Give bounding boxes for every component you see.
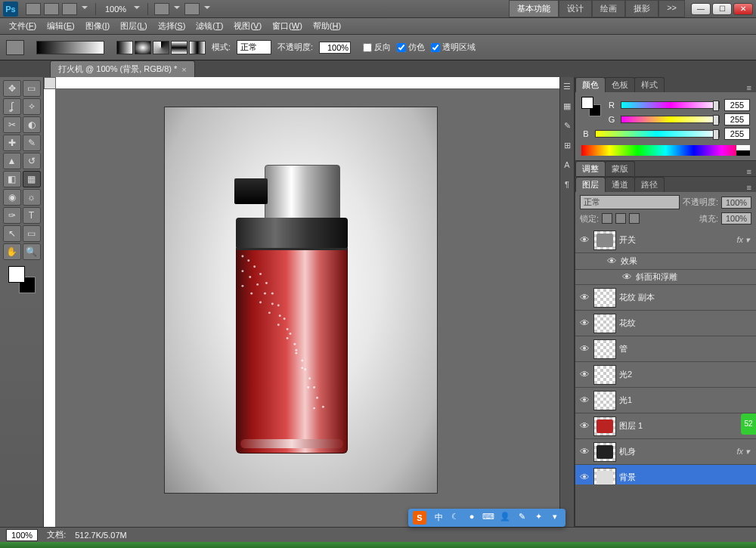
layer-row[interactable]: 👁图层 1	[575, 413, 756, 439]
menu-file[interactable]: 文件(F)	[5, 19, 41, 33]
workspace-tab-photography[interactable]: 摄影	[625, 0, 658, 17]
brush-tool[interactable]: ✎	[23, 135, 41, 151]
layer-opacity-input[interactable]: 100%	[721, 197, 751, 209]
panel-menu-icon[interactable]: ≡	[742, 83, 756, 92]
layer-name[interactable]: 花纹	[619, 317, 753, 329]
menu-edit[interactable]: 编辑(E)	[42, 19, 79, 33]
tab-swatches[interactable]: 色板	[605, 77, 635, 92]
history-brush-tool[interactable]: ↺	[23, 153, 41, 169]
workspace-more[interactable]: >>	[658, 0, 685, 17]
os-taskbar[interactable]	[0, 542, 756, 548]
vertical-ruler[interactable]	[44, 89, 56, 527]
tab-layers[interactable]: 图层	[575, 177, 606, 192]
lock-position-icon[interactable]	[615, 213, 626, 224]
layer-thumbnail[interactable]	[593, 314, 616, 333]
layer-name[interactable]: 背景	[619, 472, 753, 483]
zoom-tool[interactable]: 🔍	[23, 243, 41, 260]
window-minimize-button[interactable]: —	[691, 3, 711, 15]
r-value[interactable]: 255	[724, 99, 750, 111]
canvas-area[interactable]	[44, 77, 559, 527]
lock-pixels-icon[interactable]	[602, 213, 612, 224]
stamp-tool[interactable]: ▲	[3, 153, 21, 169]
visibility-icon[interactable]: 👁	[578, 343, 590, 355]
lock-all-icon[interactable]	[629, 213, 640, 224]
color-swatches[interactable]	[8, 266, 36, 293]
tab-adjustments[interactable]: 调整	[575, 161, 606, 176]
move-tool[interactable]: ✥	[3, 80, 21, 97]
lasso-tool[interactable]: ʆ	[3, 98, 21, 115]
visibility-icon[interactable]: 👁	[578, 234, 590, 246]
visibility-icon[interactable]: 👁	[578, 446, 590, 458]
b-value[interactable]: 255	[724, 128, 750, 140]
path-tool[interactable]: ↖	[3, 225, 21, 242]
chevron-down-icon[interactable]	[82, 6, 88, 12]
chevron-down-icon[interactable]	[204, 6, 210, 12]
gradient-angle-button[interactable]	[153, 41, 169, 54]
layer-row[interactable]: 👁花纹 副本	[575, 285, 756, 311]
layer-row[interactable]: 👁开关fx ▾	[575, 228, 756, 253]
panel-menu-icon[interactable]: ≡	[742, 183, 756, 192]
menu-filter[interactable]: 滤镜(T)	[191, 19, 228, 33]
layer-thumbnail[interactable]	[593, 391, 616, 410]
zoom-level[interactable]: 100%	[101, 5, 131, 14]
eraser-tool[interactable]: ◧	[3, 171, 21, 187]
heal-tool[interactable]: ✚	[3, 135, 21, 151]
actions-panel-icon[interactable]: ▦	[562, 101, 572, 112]
gradient-reflected-button[interactable]	[171, 41, 187, 54]
layer-name[interactable]: 开关	[619, 234, 733, 246]
para-panel-icon[interactable]: ¶	[562, 180, 572, 190]
reverse-checkbox[interactable]: 反向	[363, 42, 391, 53]
ime-user-icon[interactable]: 👤	[499, 512, 511, 524]
minibridge-icon[interactable]	[44, 3, 59, 15]
brush-panel-icon[interactable]: ✎	[562, 121, 572, 132]
bridge-icon[interactable]	[26, 3, 41, 15]
status-zoom[interactable]: 100%	[6, 529, 38, 541]
layer-row[interactable]: 👁花纹	[575, 311, 756, 336]
layer-name[interactable]: 图层 1	[619, 420, 753, 432]
document-tab[interactable]: 打火机 @ 100% (背景, RGB/8) * ×	[50, 60, 195, 77]
layer-name[interactable]: 效果	[621, 255, 753, 267]
menu-layer[interactable]: 图层(L)	[116, 19, 151, 33]
marquee-tool[interactable]: ▭	[23, 80, 41, 97]
layer-name[interactable]: 光1	[619, 395, 753, 406]
clone-panel-icon[interactable]: ⊞	[562, 141, 572, 151]
visibility-icon[interactable]: 👁	[578, 395, 590, 407]
b-slider[interactable]	[595, 130, 720, 138]
color-spectrum[interactable]	[581, 145, 750, 156]
tab-channels[interactable]: 通道	[605, 177, 635, 192]
fx-badge[interactable]: fx ▾	[736, 447, 753, 457]
gradient-tool[interactable]: ▦	[23, 171, 41, 187]
layer-thumbnail[interactable]	[593, 231, 616, 250]
visibility-icon[interactable]: 👁	[578, 420, 590, 432]
tab-masks[interactable]: 蒙版	[605, 161, 635, 176]
layer-row[interactable]: 👁背景	[575, 465, 756, 485]
type-tool[interactable]: T	[23, 207, 41, 224]
layer-thumbnail[interactable]	[593, 365, 616, 385]
visibility-icon[interactable]: 👁	[621, 271, 633, 283]
wand-tool[interactable]: ✧	[23, 98, 41, 115]
horizontal-ruler[interactable]	[56, 77, 559, 89]
hand-tool[interactable]: ✋	[3, 243, 21, 260]
layer-row[interactable]: 👁效果	[575, 253, 756, 270]
current-tool-icon[interactable]	[6, 40, 24, 55]
layer-row[interactable]: 👁管	[575, 336, 756, 362]
layer-row[interactable]: 👁光1	[575, 388, 756, 413]
menu-view[interactable]: 视图(V)	[229, 19, 266, 33]
screen-mode-icon[interactable]	[62, 3, 77, 15]
visibility-icon[interactable]: 👁	[578, 369, 590, 381]
history-panel-icon[interactable]: ☰	[562, 82, 572, 92]
tab-color[interactable]: 颜色	[575, 77, 606, 92]
ime-menu-icon[interactable]: ▾	[549, 512, 561, 524]
pen-tool[interactable]: ✑	[3, 207, 21, 224]
visibility-icon[interactable]: 👁	[578, 472, 590, 484]
eyedropper-tool[interactable]: ◐	[23, 116, 41, 133]
ime-skin-icon[interactable]: ✎	[516, 512, 528, 524]
g-value[interactable]: 255	[724, 113, 750, 125]
gradient-preview[interactable]	[36, 41, 104, 54]
shape-tool[interactable]: ▭	[23, 225, 41, 242]
ruler-origin[interactable]	[44, 77, 56, 89]
menu-help[interactable]: 帮助(H)	[308, 19, 345, 33]
visibility-icon[interactable]: 👁	[606, 255, 618, 268]
layer-name[interactable]: 光2	[619, 369, 753, 380]
chevron-down-icon[interactable]	[134, 6, 140, 12]
